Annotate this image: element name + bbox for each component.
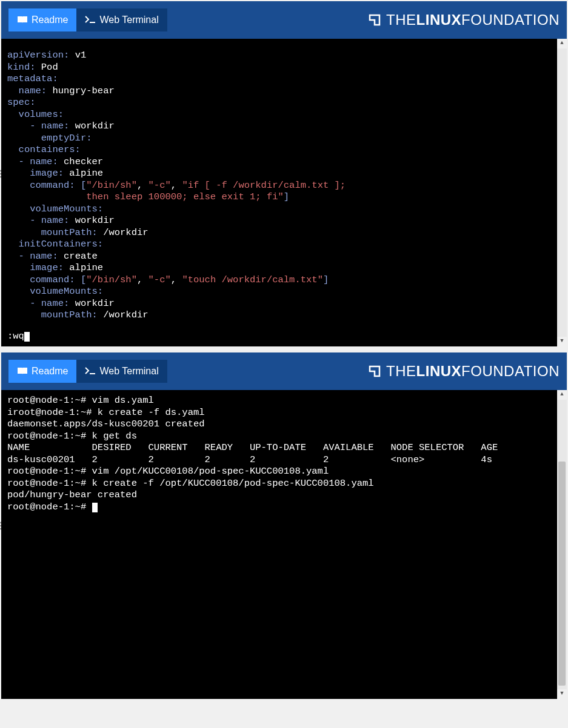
cursor: [24, 332, 30, 342]
tabs: Readme Web Terminal: [8, 8, 167, 31]
vim-command: :wq: [7, 331, 30, 343]
tab-readme[interactable]: Readme: [8, 360, 76, 383]
terminal-panel-1: Readme Web Terminal THELINUXFOUNDATION a…: [1, 1, 567, 346]
terminal-output-yaml[interactable]: apiVersion: v1 kind: Pod metadata: name:…: [1, 39, 567, 346]
scroll-up-icon[interactable]: ▲: [557, 39, 567, 48]
tabs: Readme Web Terminal: [8, 360, 167, 383]
panel-header: Readme Web Terminal THELINUXFOUNDATION: [1, 1, 567, 39]
scroll-down-icon[interactable]: ▼: [557, 337, 567, 346]
shell-line: pod/hungry-bear created: [7, 489, 137, 500]
scrollbar[interactable]: ▲ ▼: [557, 390, 567, 699]
shell-line: daemonset.apps/ds-kusc00201 created: [7, 419, 205, 429]
shell-line: root@node-1:~# vim ds.yaml: [7, 395, 154, 406]
tab-web-terminal[interactable]: Web Terminal: [76, 360, 167, 383]
cursor: [92, 503, 98, 512]
brand-text: THELINUXFOUNDATION: [386, 363, 560, 380]
shell-line: root@node-1:~# vim /opt/KUCC00108/pod-sp…: [7, 466, 329, 477]
shell-line: ds-kusc00201 2 2 2 2 2 <none> 4s: [7, 454, 492, 465]
terminal-output-shell[interactable]: root@node-1:~# vim ds.yaml iroot@node-1:…: [1, 390, 567, 699]
terminal-panel-2: Readme Web Terminal THELINUXFOUNDATION r…: [1, 352, 567, 699]
brand: THELINUXFOUNDATION: [368, 363, 560, 380]
shell-line: root@node-1:~# k create -f /opt/KUCC0010…: [7, 478, 374, 489]
shell-prompt: root@node-1:~#: [7, 501, 92, 512]
tab-web-terminal[interactable]: Web Terminal: [76, 8, 167, 31]
tab-readme-label: Readme: [32, 15, 68, 25]
scroll-up-icon[interactable]: ▲: [557, 390, 567, 400]
brand-logo-icon: [368, 13, 381, 27]
terminal-icon: [85, 367, 96, 376]
book-icon: [17, 16, 28, 24]
brand: THELINUXFOUNDATION: [368, 12, 560, 28]
brand-logo-icon: [368, 365, 381, 378]
scroll-thumb[interactable]: [558, 462, 566, 686]
tab-readme-label: Readme: [32, 366, 68, 377]
shell-line: root@node-1:~# k get ds: [7, 431, 137, 442]
tab-readme[interactable]: Readme: [8, 8, 76, 31]
shell-line: iroot@node-1:~# k create -f ds.yaml: [7, 407, 205, 418]
tab-terminal-label: Web Terminal: [99, 366, 158, 377]
panel-header: Readme Web Terminal THELINUXFOUNDATION: [1, 352, 567, 390]
terminal-icon: [85, 16, 96, 24]
brand-text: THELINUXFOUNDATION: [386, 12, 560, 28]
scrollbar[interactable]: ▲ ▼: [557, 39, 567, 346]
book-icon: [17, 367, 28, 376]
tab-terminal-label: Web Terminal: [99, 15, 158, 25]
scroll-down-icon[interactable]: ▼: [557, 689, 567, 699]
shell-line: NAME DESIRED CURRENT READY UP-TO-DATE AV…: [7, 442, 498, 453]
